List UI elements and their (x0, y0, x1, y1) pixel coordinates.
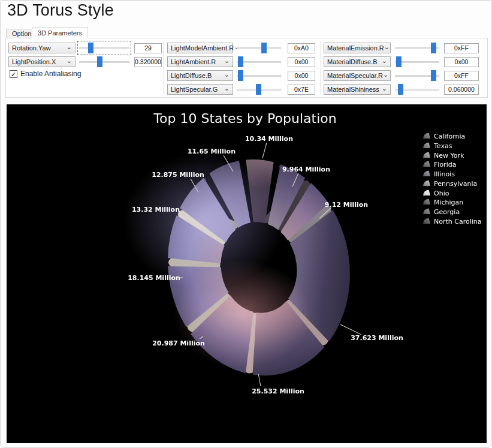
legend-label-illinois: Illinois (434, 170, 455, 178)
chevron-down-icon: ⌄ (224, 58, 230, 63)
chevron-down-icon: ⌄ (384, 44, 390, 49)
param-select-rotation-yaw[interactable]: Rotation.Yaw ⌄ (8, 43, 76, 53)
divider (320, 41, 321, 94)
chevron-down-icon: ⌄ (67, 58, 72, 63)
materialspecular-r-slider[interactable] (395, 70, 439, 81)
rotation-yaw-value[interactable]: 29 (134, 43, 162, 53)
chevron-down-icon: ⌄ (224, 72, 230, 77)
value-label-texas: 25.532 Million (252, 387, 304, 395)
page-title: 3D Torus Style (7, 1, 114, 20)
param-select-lightdiffuse-b[interactable]: LightDiffuse.B⌄ (167, 70, 233, 81)
checkbox-label: Enable Antialiasing (20, 70, 81, 78)
legend-item: California (423, 133, 465, 140)
tab-3d-parameters[interactable]: 3D Parameters (32, 27, 88, 38)
rotation-yaw-slider[interactable] (79, 43, 129, 53)
param-select-lightambient-r[interactable]: LightAmbient.R⌄ (167, 56, 233, 67)
slider-thumb[interactable] (398, 84, 403, 95)
slider-thumb[interactable] (88, 43, 93, 53)
checkbox-icon[interactable]: ✓ (10, 70, 17, 78)
value-label-illinois: 13.32 Million (132, 206, 180, 214)
slider-thumb[interactable] (431, 70, 436, 81)
slider-track (79, 61, 129, 63)
value-label-florida: 18.145 Million (128, 274, 180, 282)
slider-thumb[interactable] (256, 84, 261, 95)
value-label-new-york: 20.987 Million (152, 339, 205, 347)
pie-wedge-icon (423, 209, 430, 215)
legend-item: Illinois (423, 170, 455, 178)
torus-chart: Top 10 States by Population 37.623 Milli… (7, 104, 487, 443)
slider-thumb[interactable] (261, 43, 267, 53)
chevron-down-icon: ⌄ (224, 86, 230, 91)
lightambient-r-value[interactable]: 0x00 (288, 57, 315, 67)
slider-thumb[interactable] (238, 70, 243, 81)
lightspecular-g-slider[interactable] (237, 84, 281, 95)
param-select-materialdiffuse-b[interactable]: MaterialDiffuse.B⌄ (324, 56, 391, 67)
lightposition-x-slider[interactable] (79, 56, 129, 67)
materialemission-r-slider[interactable] (395, 43, 439, 53)
legend-label-texas: Texas (433, 142, 452, 150)
chevron-down-icon: ⌄ (382, 86, 387, 91)
materialemission-r-value[interactable]: 0xFF (444, 43, 479, 53)
value-label-california: 37.623 Million (351, 334, 403, 342)
legend-label-florida: Florida (434, 161, 456, 169)
lightdiffuse-b-slider[interactable] (237, 70, 281, 81)
legend-item: Georgia (423, 208, 460, 216)
slider-track (79, 47, 129, 49)
param-select-materialshininess[interactable]: MaterialShininess⌄ (324, 84, 391, 95)
legend-item: New York (423, 152, 464, 160)
pie-wedge-icon (423, 143, 430, 149)
lightmodelambient-r-value[interactable]: 0xA0 (288, 43, 315, 53)
torus-chart-canvas[interactable]: Top 10 States by Population 37.623 Milli… (7, 104, 487, 443)
materialshininess-value[interactable]: 0.060000 (444, 85, 479, 95)
pie-wedge-icon (423, 171, 430, 177)
lightambient-r-slider[interactable] (237, 56, 281, 67)
chart-title: Top 10 States by Population (153, 111, 336, 126)
legend-label-north-carolina: North Carolina (434, 218, 482, 225)
pie-wedge-icon (423, 152, 430, 158)
materialspecular-r-value[interactable]: 0xFF (444, 71, 479, 81)
legend-item: Texas (423, 142, 452, 150)
value-label-pennsylvania: 12.875 Million (152, 171, 204, 179)
slider-thumb[interactable] (238, 56, 243, 67)
pie-wedge-icon (423, 218, 430, 224)
lightposition-x-value[interactable]: 0.320000 (134, 57, 162, 67)
pie-wedge-icon (423, 181, 430, 187)
param-select-lightposition-x[interactable]: LightPosition.X ⌄ (8, 56, 76, 67)
slider-thumb[interactable] (396, 56, 402, 67)
lightspecular-g-value[interactable]: 0x7E (288, 85, 315, 95)
legend-item: Michigan (423, 199, 463, 206)
legend-item: Florida (423, 161, 456, 169)
chevron-down-icon: ⌄ (382, 58, 387, 63)
pie-wedge-icon (423, 161, 430, 167)
materialdiffuse-b-slider[interactable] (395, 56, 439, 67)
pie-wedge-icon (423, 199, 430, 205)
param-select-materialemission-r[interactable]: MaterialEmission.R⌄ (324, 43, 391, 53)
slider-thumb[interactable] (97, 56, 102, 67)
pie-wedge-icon (423, 133, 430, 139)
app-window: 3D Torus Style Options 3D Parameters Rot… (0, 0, 492, 448)
param-select-materialspecular-r[interactable]: MaterialSpecular.R⌄ (324, 70, 391, 81)
pie-wedge-icon (423, 190, 430, 196)
materialshininess-slider[interactable] (395, 84, 439, 95)
chevron-down-icon: ⌄ (383, 72, 388, 77)
enable-antialiasing-row[interactable]: ✓ Enable Antialiasing (10, 70, 81, 78)
param-select-lightspecular-g[interactable]: LightSpecular.G⌄ (167, 84, 233, 95)
slider-thumb[interactable] (431, 43, 436, 53)
param-select-lightmodelambient-r[interactable]: LightModelAmbient.R⌄ (167, 43, 233, 53)
legend-item: North Carolina (423, 218, 482, 225)
label-leader-line (262, 143, 267, 158)
value-label-ohio: 11.65 Million (188, 148, 236, 155)
value-label-michigan: 10.34 Million (245, 135, 293, 143)
parameter-panel: Rotation.Yaw ⌄ 29 LightPosition.X ⌄ 0.32… (5, 38, 488, 98)
legend-label-michigan: Michigan (434, 199, 463, 206)
divider (163, 41, 164, 94)
lightdiffuse-b-value[interactable]: 0x00 (288, 71, 315, 81)
value-label-georgia: 9.964 Million (282, 166, 330, 173)
legend-label-new-york: New York (434, 152, 464, 160)
value-label-north-carolina: 9.12 Million (325, 201, 368, 209)
legend-label-pennsylvania: Pennsylvania (434, 180, 477, 188)
materialdiffuse-b-value[interactable]: 0x00 (444, 57, 479, 67)
label-leader-line (258, 374, 261, 386)
chevron-down-icon: ⌄ (67, 44, 72, 49)
lightmodelambient-r-slider[interactable] (237, 43, 281, 53)
